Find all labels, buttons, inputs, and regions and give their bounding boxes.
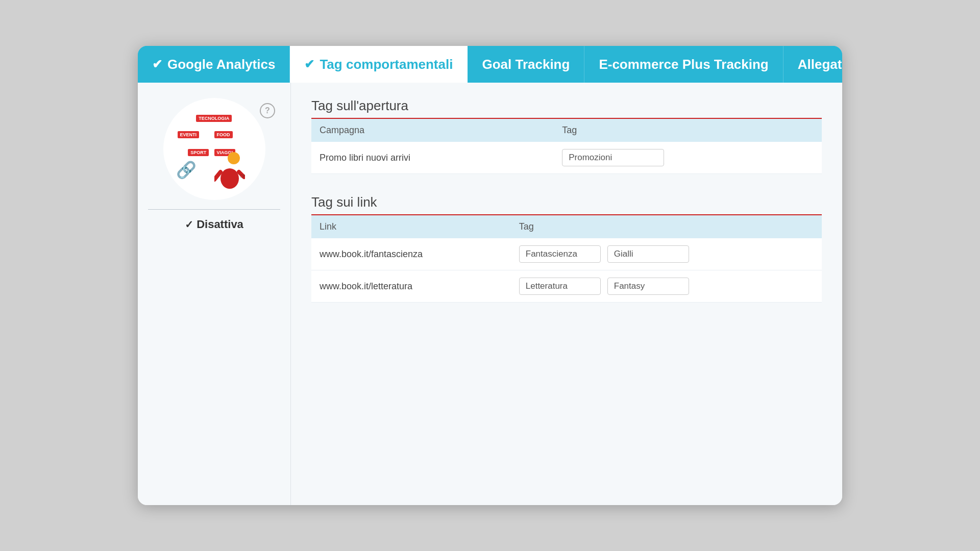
tab-google-analytics[interactable]: ✔ Google Analytics — [138, 46, 290, 83]
person-figure: ☞ — [214, 149, 245, 190]
chain-icon: 🔗 — [176, 160, 197, 180]
table-link: Link Tag www.book.it/fantascienza — [311, 215, 822, 303]
tag-cells-1 — [511, 238, 822, 270]
col-link-header: Link — [311, 215, 511, 238]
tag-eventi: EVENTI — [178, 131, 200, 138]
tag-cells-2 — [511, 270, 822, 303]
tag-input-gialli[interactable] — [607, 245, 689, 263]
tag-sport: SPORT — [188, 149, 209, 156]
tab-ecommerce-plus-label: E-commerce Plus Tracking — [599, 57, 768, 72]
col-campagna-header: Campagna — [311, 119, 554, 142]
col-tag-apertura-header: Tag — [554, 119, 822, 142]
link-cell-1: www.book.it/fantascienza — [311, 238, 511, 270]
tab-allegati[interactable]: Allegati — [783, 46, 842, 83]
section-tag-link: Tag sui link Link Tag www.book.it/fantas… — [311, 194, 822, 303]
tag-tecnologia: TECNOLOGIA — [196, 115, 232, 122]
table-row: www.book.it/fantascienza — [311, 238, 822, 270]
tag-food: FOOD — [214, 131, 233, 138]
check-icon-tag-comportamentali: ✔ — [304, 57, 314, 71]
tab-bar: ✔ Google Analytics ✔ Tag comportamentali… — [138, 46, 842, 83]
tag-input-fantasy[interactable] — [607, 278, 689, 295]
svg-point-1 — [220, 168, 239, 189]
right-panel: Tag sull'apertura Campagna Tag Promo lib… — [291, 83, 842, 505]
svg-point-0 — [228, 152, 240, 164]
help-icon[interactable]: ? — [260, 103, 275, 118]
campagna-cell: Promo libri nuovi arrivi — [311, 142, 554, 174]
section-title-link: Tag sui link — [311, 194, 822, 210]
main-content: ? TECNOLOGIA EVENTI FOOD SPORT VIAGGI 🔗 — [138, 83, 842, 505]
tag-input-fantascienza[interactable] — [519, 245, 601, 263]
help-button[interactable]: ? — [260, 103, 275, 118]
section-title-apertura: Tag sull'apertura — [311, 98, 822, 114]
sidebar-divider — [148, 209, 280, 210]
tab-tag-comportamentali[interactable]: ✔ Tag comportamentali — [290, 46, 468, 83]
tab-allegati-label: Allegati — [798, 57, 842, 72]
table-row: www.book.it/letteratura — [311, 270, 822, 303]
tag-cell-apertura — [554, 142, 822, 174]
illustration-inner: TECNOLOGIA EVENTI FOOD SPORT VIAGGI 🔗 — [174, 108, 255, 190]
help-text: ? — [265, 106, 270, 115]
svg-line-2 — [214, 172, 220, 180]
tab-ecommerce-plus[interactable]: E-commerce Plus Tracking — [584, 46, 783, 83]
tab-goal-tracking[interactable]: Goal Tracking — [468, 46, 584, 83]
disattiva-toggle[interactable]: ✓ Disattiva — [185, 218, 243, 231]
table-row: Promo libri nuovi arrivi — [311, 142, 822, 174]
col-tag-link-header: Tag — [511, 215, 822, 238]
svg-text:☞: ☞ — [240, 172, 245, 180]
check-icon-google-analytics: ✔ — [152, 57, 162, 71]
tag-input-letteratura[interactable] — [519, 278, 601, 295]
tab-google-analytics-label: Google Analytics — [167, 57, 275, 72]
link-cell-2: www.book.it/letteratura — [311, 270, 511, 303]
tab-tag-comportamentali-label: Tag comportamentali — [320, 57, 453, 72]
sidebar: ? TECNOLOGIA EVENTI FOOD SPORT VIAGGI 🔗 — [138, 83, 291, 505]
table-apertura: Campagna Tag Promo libri nuovi arrivi — [311, 119, 822, 174]
browser-window: ✔ Google Analytics ✔ Tag comportamentali… — [138, 46, 842, 505]
tag-input-promozioni[interactable] — [562, 149, 664, 166]
disattiva-checkmark: ✓ — [185, 218, 193, 231]
tab-goal-tracking-label: Goal Tracking — [482, 57, 570, 72]
section-tag-apertura: Tag sull'apertura Campagna Tag Promo lib… — [311, 98, 822, 174]
sidebar-illustration: TECNOLOGIA EVENTI FOOD SPORT VIAGGI 🔗 — [163, 98, 265, 200]
disattiva-label-text: Disattiva — [197, 218, 243, 231]
